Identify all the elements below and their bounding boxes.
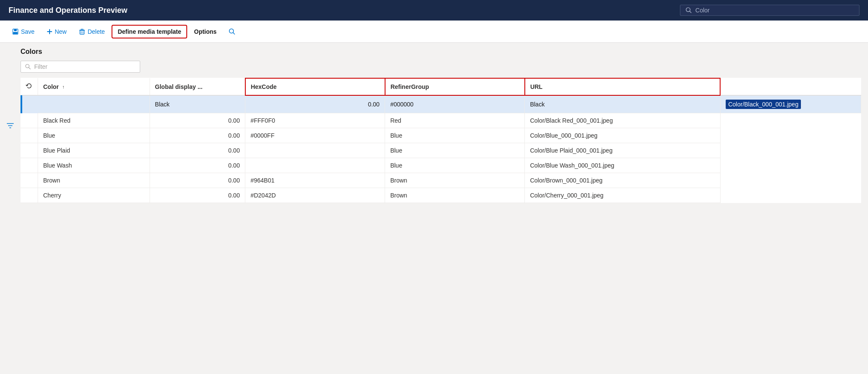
save-button[interactable]: Save bbox=[7, 26, 40, 38]
cell-global-display: 0.00 bbox=[245, 95, 385, 113]
cell-color: Black bbox=[150, 95, 245, 113]
table-area: Colors Color bbox=[21, 48, 868, 203]
cell-url: Color/Blue_000_001.jpeg bbox=[525, 128, 721, 143]
cell-refiner-group: Brown bbox=[385, 173, 525, 188]
row-indicator bbox=[21, 143, 38, 158]
table-row[interactable]: Blue Plaid 0.00 Blue Color/Blue Plaid_00… bbox=[21, 143, 861, 158]
cell-refiner-group: Black bbox=[525, 95, 721, 113]
data-table: Color ↑ Global display ... HexCode Refin… bbox=[21, 78, 861, 203]
th-refiner-group[interactable]: RefinerGroup bbox=[385, 78, 525, 95]
section-title: Colors bbox=[21, 48, 861, 56]
filter-input[interactable] bbox=[34, 63, 135, 70]
sort-asc-icon: ↑ bbox=[62, 84, 65, 89]
cell-url: Color/Blue Plaid_000_001.jpeg bbox=[525, 143, 721, 158]
row-indicator bbox=[21, 113, 38, 128]
row-indicator bbox=[21, 188, 38, 203]
top-bar: Finance and Operations Preview bbox=[0, 0, 868, 21]
table-header: Color ↑ Global display ... HexCode Refin… bbox=[21, 78, 861, 95]
header-row: Color ↑ Global display ... HexCode Refin… bbox=[21, 78, 861, 95]
cell-global-display: 0.00 bbox=[150, 143, 245, 158]
cell-url: Color/Cherry_000_001.jpeg bbox=[525, 188, 721, 203]
cell-color: Blue Wash bbox=[38, 158, 150, 173]
delete-icon bbox=[79, 28, 85, 35]
cell-refiner-group: Blue bbox=[385, 128, 525, 143]
svg-line-13 bbox=[233, 32, 235, 34]
options-button[interactable]: Options bbox=[189, 26, 222, 38]
cell-color: Blue Plaid bbox=[38, 143, 150, 158]
th-hexcode[interactable]: HexCode bbox=[245, 78, 385, 95]
table-row[interactable]: Black 0.00 #000000 Black Color/Black_000… bbox=[21, 95, 861, 113]
th-refresh[interactable] bbox=[21, 78, 38, 95]
row-indicator bbox=[21, 158, 38, 173]
filter-sidebar bbox=[0, 48, 21, 203]
cell-global-display: 0.00 bbox=[150, 173, 245, 188]
table-row[interactable]: Blue Wash 0.00 Blue Color/Blue Wash_000_… bbox=[21, 158, 861, 173]
svg-rect-4 bbox=[13, 32, 18, 34]
cell-color: Blue bbox=[38, 128, 150, 143]
table-row[interactable]: Brown 0.00 #964B01 Brown Color/Brown_000… bbox=[21, 173, 861, 188]
cell-url: Color/Black Red_000_001.jpeg bbox=[525, 113, 721, 128]
main-content: Colors Color bbox=[0, 43, 868, 208]
cell-color: Cherry bbox=[38, 188, 150, 203]
delete-button[interactable]: Delete bbox=[74, 26, 110, 38]
cell-url: Color/Brown_000_001.jpeg bbox=[525, 173, 721, 188]
row-indicator bbox=[21, 128, 38, 143]
search-icon bbox=[686, 7, 692, 14]
cell-global-display: 0.00 bbox=[150, 188, 245, 203]
cell-hexcode bbox=[245, 158, 385, 173]
url-selected-value: Color/Black_000_001.jpeg bbox=[726, 100, 801, 109]
svg-line-18 bbox=[29, 68, 30, 69]
table-row[interactable]: Cherry 0.00 #D2042D Brown Color/Cherry_0… bbox=[21, 188, 861, 203]
svg-rect-3 bbox=[14, 29, 17, 31]
th-color[interactable]: Color ↑ bbox=[38, 78, 150, 95]
cell-global-display: 0.00 bbox=[150, 158, 245, 173]
cell-url: Color/Blue Wash_000_001.jpeg bbox=[525, 158, 721, 173]
cell-hexcode: #964B01 bbox=[245, 173, 385, 188]
cell-hexcode: #0000FF bbox=[245, 128, 385, 143]
svg-rect-7 bbox=[80, 30, 84, 34]
svg-line-1 bbox=[690, 11, 691, 12]
global-search-input[interactable] bbox=[695, 7, 854, 14]
toolbar-search-button[interactable] bbox=[224, 26, 241, 38]
filter-search-icon bbox=[25, 64, 31, 70]
new-button[interactable]: New bbox=[41, 26, 72, 38]
th-url[interactable]: URL bbox=[525, 78, 721, 95]
cell-refiner-group: Blue bbox=[385, 158, 525, 173]
filter-toggle-button[interactable] bbox=[3, 50, 17, 203]
cell-hexcode: #D2042D bbox=[245, 188, 385, 203]
toolbar-search-icon bbox=[229, 28, 235, 35]
cell-url: Color/Black_000_001.jpeg bbox=[720, 95, 861, 113]
cell-hexcode: #FFF0F0 bbox=[245, 113, 385, 128]
cell-refiner-group: Red bbox=[385, 113, 525, 128]
cell-refiner-group: Blue bbox=[385, 143, 525, 158]
plus-icon bbox=[47, 29, 53, 35]
refresh-icon bbox=[26, 82, 32, 89]
filter-icon bbox=[6, 121, 15, 130]
table-row[interactable]: Blue 0.00 #0000FF Blue Color/Blue_000_00… bbox=[21, 128, 861, 143]
global-search[interactable] bbox=[680, 5, 859, 16]
row-indicator bbox=[38, 95, 150, 113]
filter-input-wrap[interactable] bbox=[21, 61, 140, 73]
cell-global-display: 0.00 bbox=[150, 113, 245, 128]
cell-hexcode bbox=[245, 143, 385, 158]
table-body: Black 0.00 #000000 Black Color/Black_000… bbox=[21, 95, 861, 203]
cell-color: Brown bbox=[38, 173, 150, 188]
cell-hexcode: #000000 bbox=[385, 95, 525, 113]
cell-color: Black Red bbox=[38, 113, 150, 128]
save-icon bbox=[12, 28, 19, 35]
cell-global-display: 0.00 bbox=[150, 128, 245, 143]
table-row[interactable]: Black Red 0.00 #FFF0F0 Red Color/Black R… bbox=[21, 113, 861, 128]
svg-rect-11 bbox=[81, 29, 83, 30]
toolbar: Save New Delete Define media template Op… bbox=[0, 21, 868, 43]
app-title: Finance and Operations Preview bbox=[9, 6, 671, 15]
cell-refiner-group: Brown bbox=[385, 188, 525, 203]
th-global-display[interactable]: Global display ... bbox=[150, 78, 245, 95]
row-indicator bbox=[21, 173, 38, 188]
define-media-template-button[interactable]: Define media template bbox=[112, 25, 187, 38]
